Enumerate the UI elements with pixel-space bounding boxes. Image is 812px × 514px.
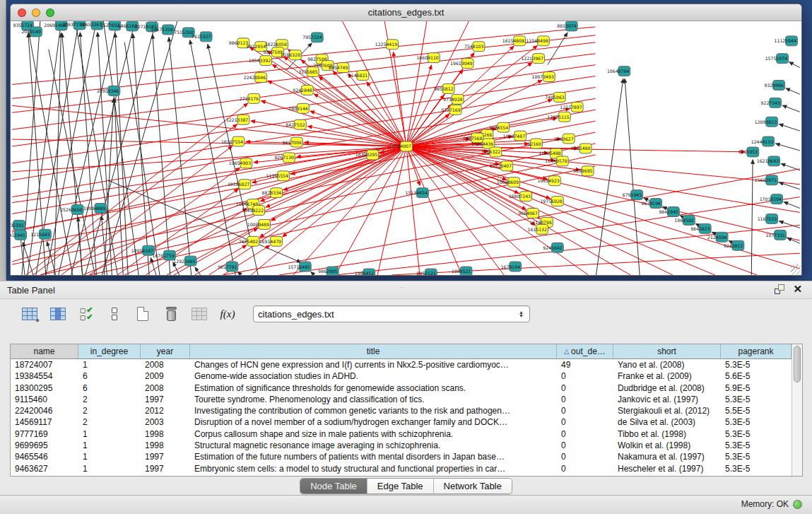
table-cell[interactable]: 0	[557, 451, 613, 462]
table-cell[interactable]: 0	[557, 428, 613, 440]
table-cell[interactable]: 1997	[141, 451, 190, 462]
column-header-year[interactable]: year	[141, 344, 190, 358]
table-cell[interactable]: 5.3E-5	[721, 428, 792, 440]
zoom-window-button[interactable]	[46, 8, 54, 17]
table-row[interactable]: 946554611997Estimation of the future num…	[11, 451, 792, 462]
close-panel-icon[interactable]: ✕	[793, 284, 802, 294]
column-header-pagerank[interactable]: pagerank	[721, 344, 792, 358]
minimize-window-button[interactable]	[32, 8, 40, 17]
table-cell[interactable]: 18724007	[11, 359, 78, 370]
network-canvas[interactable]: 9860123891295418226058982750910543392818…	[11, 21, 801, 275]
close-window-button[interactable]	[18, 8, 26, 17]
table-selector-dropdown[interactable]: citations_edges.txt ▲▼	[253, 305, 530, 322]
table-panel-header[interactable]: .. Table Panel ✕	[0, 281, 812, 299]
table-cell[interactable]: Jankovic et al. (1997)	[613, 394, 721, 405]
table-settings-button[interactable]	[20, 304, 40, 324]
tab-edge-table[interactable]: Edge Table	[367, 479, 434, 493]
table-row[interactable]: 946362711997Embryonic stem cells: a mode…	[11, 463, 792, 474]
table-cell[interactable]: Tibbo et al. (1998)	[613, 428, 721, 440]
table-cell[interactable]: Disruption of a novel member of a sodium…	[190, 416, 557, 428]
table-row[interactable]: 1872400712008Changes of HCN gene express…	[11, 359, 792, 370]
table-cell[interactable]: 2003	[141, 416, 190, 428]
select-columns-button[interactable]: ✔✔	[76, 304, 96, 324]
column-header-outde[interactable]: △out_de…	[557, 344, 613, 358]
table-cell[interactable]: 1	[78, 428, 141, 440]
table-row[interactable]: 1456911722003Disruption of a novel membe…	[11, 416, 792, 428]
splitter-grip[interactable]: ..	[399, 282, 404, 289]
table-cell[interactable]: Dudbridge et al. (2008)	[613, 382, 721, 394]
tab-network-table[interactable]: Network Table	[434, 479, 512, 493]
table-cell[interactable]: 0	[557, 394, 613, 405]
table-cell[interactable]: 5.3E-5	[721, 416, 792, 428]
table-cell[interactable]: 1	[78, 463, 141, 474]
table-scrollbar[interactable]	[792, 344, 802, 476]
table-cell[interactable]: 0	[557, 463, 613, 474]
table-cell[interactable]: 5.3E-5	[721, 451, 792, 462]
table-cell[interactable]: Hescheler et al. (1997)	[613, 463, 721, 474]
table-cell[interactable]: 5.6E-5	[721, 370, 792, 382]
table-row[interactable]: 977716911998Corpus callosum shape and si…	[11, 428, 792, 440]
table-cell[interactable]: 9465546	[11, 451, 78, 462]
table-cell[interactable]: 5.3E-5	[721, 359, 792, 370]
column-header-name[interactable]: name	[11, 344, 78, 358]
table-cell[interactable]: 5.3E-5	[721, 463, 792, 474]
table-row[interactable]: 2242004622012Investigating the contribut…	[11, 405, 792, 416]
table-cell[interactable]: 0	[557, 370, 613, 382]
table-row[interactable]: 969969511998Structural magnetic resonanc…	[11, 440, 792, 451]
network-canvas-wrap[interactable]: 9860123891295418226058982750910543392818…	[11, 21, 801, 275]
row-height-button[interactable]	[105, 304, 124, 324]
create-column-button[interactable]	[133, 304, 153, 324]
table-cell[interactable]: 19384554	[11, 370, 78, 382]
float-panel-icon[interactable]	[775, 284, 784, 294]
column-header-title[interactable]: title	[190, 344, 557, 358]
table-cell[interactable]: 5.3E-5	[721, 440, 792, 451]
table-cell[interactable]: 0	[557, 440, 613, 451]
table-cell[interactable]: Changes of HCN gene expression and I(f) …	[190, 359, 557, 370]
table-cell[interactable]: Tourette syndrome. Phenomenology and cla…	[190, 394, 557, 405]
table-cell[interactable]: 9463627	[11, 463, 78, 474]
table-cell[interactable]: Wolkin et al. (1998)	[613, 440, 721, 451]
memory-status-indicator[interactable]	[793, 500, 802, 509]
table-cell[interactable]: 22420046	[11, 405, 78, 416]
table-cell[interactable]: 9777169	[11, 428, 78, 440]
table-cell[interactable]: 1998	[141, 440, 190, 451]
network-view-window[interactable]: citations_edges.txt 98601238912954182260…	[10, 4, 802, 276]
table-cell[interactable]: 0	[557, 382, 613, 394]
show-columns-button[interactable]	[48, 304, 68, 324]
table-cell[interactable]: 9699695	[11, 440, 78, 451]
column-header-short[interactable]: short	[613, 344, 721, 358]
table-cell[interactable]: 14569117	[11, 416, 78, 428]
table-row[interactable]: 1830029562008Estimation of significance …	[11, 382, 792, 394]
table-cell[interactable]: Investigating the contribution of common…	[190, 405, 557, 416]
column-header-indegree[interactable]: in_degree	[78, 344, 141, 358]
table-cell[interactable]: Estimation of the future numbers of pati…	[190, 451, 557, 462]
table-cell[interactable]: Estimation of significance thresholds fo…	[190, 382, 557, 394]
table-cell[interactable]: Embryonic stem cells: a model to study s…	[190, 463, 557, 474]
table-row[interactable]: 911546021997Tourette syndrome. Phenomeno…	[11, 394, 792, 405]
table-cell[interactable]: 1998	[141, 428, 190, 440]
table-cell[interactable]: 2012	[141, 405, 190, 416]
table-cell[interactable]: 6	[78, 370, 141, 382]
table-cell[interactable]: de Silva et al. (2003)	[613, 416, 721, 428]
window-titlebar[interactable]: citations_edges.txt	[11, 4, 801, 21]
table-cell[interactable]: 5.9E-5	[721, 382, 792, 394]
table-cell[interactable]: Franke et al. (2009)	[613, 370, 721, 382]
table-cell[interactable]: 1	[78, 451, 141, 462]
table-cell[interactable]: 49	[557, 359, 613, 370]
table-cell[interactable]: Structural magnetic resonance image aver…	[190, 440, 557, 451]
table-cell[interactable]: 2	[78, 416, 141, 428]
tab-node-table[interactable]: Node Table	[300, 479, 367, 493]
table-cell[interactable]: Corpus callosum shape and size in male p…	[190, 428, 557, 440]
table-cell[interactable]: 5.5E-5	[721, 405, 792, 416]
table-cell[interactable]: 2008	[141, 382, 190, 394]
table-row[interactable]: 1938455462009Genome-wide association stu…	[11, 370, 792, 382]
window-resize-grip[interactable]	[791, 264, 801, 274]
table-cell[interactable]: 2	[78, 394, 141, 405]
table-cell[interactable]: 0	[557, 416, 613, 428]
table-cell[interactable]: 1	[78, 440, 141, 451]
table-cell[interactable]: 1997	[141, 394, 190, 405]
table-cell[interactable]: 18300295	[11, 382, 78, 394]
table-cell[interactable]: 1	[78, 359, 141, 370]
table-cell[interactable]: 2008	[141, 359, 190, 370]
table-cell[interactable]: 2009	[141, 370, 190, 382]
